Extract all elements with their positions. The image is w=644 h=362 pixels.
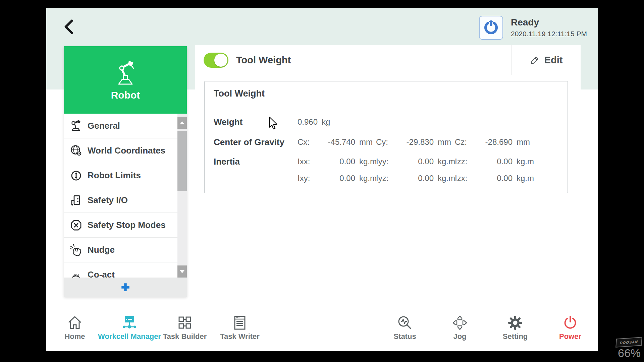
app-window: Ready 2020.11.19 12:11:15 PM Robot (46, 8, 598, 351)
io-panel-icon (69, 194, 83, 207)
weight-unit: kg (322, 117, 330, 127)
ixx-unit: kg.m (359, 157, 377, 166)
toggle-knob (214, 54, 227, 67)
sidebar-item-safety-io[interactable]: Safety I/O (64, 188, 187, 213)
edit-label: Edit (544, 55, 563, 66)
sidebar-item-label: General (88, 121, 120, 131)
ixx-key: Ixx: (298, 157, 318, 166)
sidebar-scrollbar-thumb[interactable] (177, 131, 187, 191)
sidebar-item-general[interactable]: General (64, 114, 187, 138)
scroll-down-button[interactable] (177, 265, 187, 278)
weight-row: Weight 0.960 kg (205, 115, 568, 129)
globe-icon (69, 144, 83, 158)
card-title: Tool Weight (214, 81, 265, 106)
sidebar-item-co-act[interactable]: Co-act (64, 262, 187, 278)
sidebar-item-label: Robot Limits (88, 170, 141, 181)
cog-cy-key: Cy: (376, 137, 397, 147)
inertia-ixx: Ixx: 0.00 kg.m (298, 154, 377, 169)
status-text: Ready (511, 17, 539, 28)
cog-cz: Cz: -28.690 mm (455, 135, 530, 149)
sidebar-item-label: World Coordinates (88, 145, 165, 156)
brand-text: DOOSAN (620, 340, 638, 345)
izx-unit: kg.m (517, 174, 534, 183)
cog-cy-value: -29.830 (397, 137, 434, 147)
panel-header: Tool Weight Edit (195, 45, 581, 75)
cog-cx-value: -45.740 (318, 137, 355, 147)
add-item-button[interactable] (64, 278, 187, 297)
nav-label: Task Writer (203, 332, 277, 341)
inertia-iyz: Iyz: 0.00 kg.m (376, 171, 455, 186)
bottom-navigation: Home Workcell Manager (46, 308, 598, 351)
izz-unit: kg.m (517, 157, 534, 166)
cog-cz-key: Cz: (455, 137, 476, 147)
status-timestamp: 2020.11.19 12:11:15 PM (511, 30, 587, 38)
category-tile-robot[interactable]: Robot (64, 46, 187, 114)
cog-row: Center of Gravity Cx: -45.740 mm Cy: -29… (205, 135, 568, 149)
nudge-hand-icon (69, 243, 83, 257)
down-triangle-icon (180, 270, 184, 273)
edit-button[interactable]: Edit (512, 45, 581, 75)
inertia-iyy: Iyy: 0.00 kg.m (376, 154, 455, 169)
section-title: Tool Weight (236, 45, 291, 75)
cog-cz-value: -28.690 (476, 137, 513, 147)
inertia-izx: Izx: 0.00 kg.m (455, 171, 534, 186)
iyy-unit: kg.m (438, 157, 455, 166)
cog-cz-unit: mm (517, 137, 530, 147)
progress-percent: 66% (616, 347, 643, 360)
brand-watermark: DOOSAN (615, 337, 642, 348)
card-divider (205, 106, 568, 106)
scroll-up-button[interactable] (177, 117, 187, 129)
sidebar-item-world-coordinates[interactable]: World Coordinates (64, 138, 187, 163)
cog-cx: Cx: -45.740 mm (298, 135, 373, 149)
iyy-value: 0.00 (397, 157, 434, 166)
sidebar-menu: General World Coordinates (64, 114, 187, 278)
tool-weight-card: Tool Weight Weight 0.960 kg Center of Gr… (204, 81, 568, 193)
weight-number: 0.960 (298, 117, 318, 127)
co-act-icon (69, 268, 83, 278)
robot-status-button[interactable] (479, 16, 503, 40)
ixy-value: 0.00 (318, 174, 355, 183)
sidebar-item-label: Co-act (88, 269, 115, 278)
cog-cx-key: Cx: (298, 137, 318, 147)
robot-arm-small-icon (69, 119, 83, 133)
task-writer-icon (203, 315, 277, 331)
iyz-value: 0.00 (397, 174, 434, 183)
sidebar-item-robot-limits[interactable]: Robot Limits (64, 163, 187, 188)
ixy-unit: kg.m (359, 174, 377, 183)
inertia-izz: Izz: 0.00 kg.m (455, 154, 534, 169)
workcell-sidebar: Robot General (64, 46, 187, 297)
cog-cx-unit: mm (359, 137, 373, 147)
stop-octagon-icon (69, 219, 83, 232)
nav-power[interactable]: Power (533, 308, 598, 351)
iyz-unit: kg.m (438, 174, 455, 183)
weight-value: 0.960 kg (298, 115, 330, 129)
plus-icon (120, 282, 130, 292)
back-button[interactable] (62, 18, 79, 36)
robot-gripper-icon (482, 19, 500, 37)
inertia-row-2: Ixy: 0.00 kg.m Iyz: 0.00 kg.m Izx: 0.00 … (205, 171, 568, 186)
iyz-key: Iyz: (376, 174, 397, 183)
robot-arm-icon (111, 59, 140, 86)
cog-cy-unit: mm (438, 137, 451, 147)
sidebar-item-label: Nudge (88, 245, 115, 255)
ixx-value: 0.00 (318, 157, 355, 166)
inertia-label: Inertia (214, 154, 240, 169)
tool-weight-panel: Tool Weight Edit Tool Weight Weight 0.96… (195, 45, 581, 308)
up-triangle-icon (180, 121, 184, 124)
pencil-icon (530, 55, 540, 65)
sidebar-item-label: Safety Stop Modes (88, 220, 166, 230)
cog-cy: Cy: -29.830 mm (376, 135, 451, 149)
sidebar-item-nudge[interactable]: Nudge (64, 238, 187, 262)
izz-value: 0.00 (476, 157, 513, 166)
power-icon (533, 315, 598, 331)
tool-weight-toggle[interactable] (204, 53, 228, 68)
iyy-key: Iyy: (376, 157, 397, 166)
ixy-key: Ixy: (298, 174, 318, 183)
nav-task-writer[interactable]: Task Writer (203, 308, 277, 351)
weight-label: Weight (214, 115, 243, 129)
back-chevron-icon (62, 18, 79, 35)
inertia-row-1: Inertia Ixx: 0.00 kg.m Iyy: 0.00 kg.m Iz… (205, 154, 568, 169)
sidebar-item-safety-stop-modes[interactable]: Safety Stop Modes (64, 213, 187, 238)
izz-key: Izz: (455, 157, 476, 166)
limits-icon (69, 169, 83, 182)
